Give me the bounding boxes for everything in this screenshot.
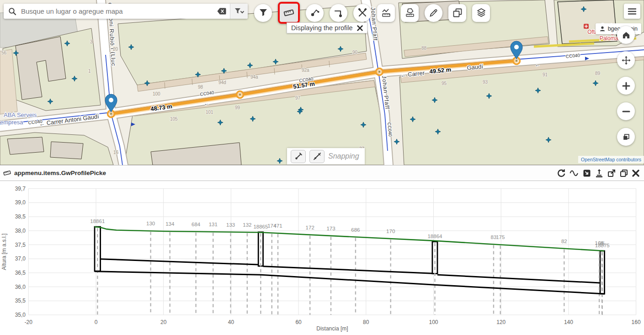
- svg-text:173: 173: [326, 226, 335, 231]
- svg-text:36,5: 36,5: [15, 270, 26, 276]
- layers-button[interactable]: [472, 4, 490, 22]
- svg-text:80: 80: [363, 319, 369, 325]
- svg-text:18875: 18875: [595, 243, 610, 248]
- svg-text:18861: 18861: [90, 218, 105, 224]
- filter-funnel-button[interactable]: [254, 4, 272, 22]
- tooltip-close-icon[interactable]: [357, 25, 363, 31]
- svg-text:170: 170: [386, 229, 395, 234]
- svg-text:82: 82: [561, 239, 567, 244]
- svg-text:686: 686: [351, 227, 360, 233]
- duplicate-view-icon[interactable]: [620, 169, 628, 177]
- tooltip-text: Displaying the profile: [291, 24, 353, 32]
- svg-text:39,0: 39,0: [15, 199, 26, 206]
- profile-panel-icon: [3, 169, 11, 177]
- map-attribution[interactable]: OpenStreetMap contributors: [578, 156, 644, 163]
- svg-text:Altura [m a.s.l.]: Altura [m a.s.l.]: [1, 234, 7, 270]
- zoom-out-button[interactable]: [617, 102, 635, 120]
- svg-text:37,0: 37,0: [15, 255, 26, 262]
- svg-text:160: 160: [632, 319, 641, 325]
- svg-text:38,0: 38,0: [15, 228, 26, 234]
- svg-text:20: 20: [160, 319, 167, 325]
- network-connect-button[interactable]: [330, 4, 347, 22]
- search-filter-dropdown[interactable]: [230, 4, 248, 19]
- open-external-icon[interactable]: [607, 169, 616, 177]
- profile-tool-button[interactable]: [278, 2, 300, 24]
- svg-text:18864: 18864: [427, 234, 442, 239]
- svg-text:131: 131: [209, 222, 218, 227]
- svg-text:40: 40: [228, 319, 234, 325]
- panel-toolbar: [557, 169, 641, 177]
- tools-button[interactable]: [353, 4, 371, 22]
- snap-on-button[interactable]: [291, 150, 306, 163]
- search-bar: [4, 4, 248, 19]
- export-data-icon[interactable]: [595, 169, 603, 177]
- svg-text:60: 60: [295, 319, 302, 325]
- svg-text:140: 140: [564, 319, 573, 325]
- svg-text:100: 100: [429, 319, 438, 325]
- search-icon: [8, 7, 16, 16]
- measure-area-button[interactable]: [401, 4, 419, 22]
- svg-text:-20: -20: [25, 319, 33, 325]
- network-trace-button[interactable]: [306, 4, 324, 22]
- app: CC040 CC040 CC040 CC040 CC040 ← Carrer A…: [0, 0, 644, 335]
- svg-text:132: 132: [243, 222, 251, 228]
- svg-text:130: 130: [146, 221, 155, 226]
- snap-off-button[interactable]: [309, 150, 325, 163]
- export-image-icon[interactable]: [583, 169, 591, 177]
- svg-text:37,5: 37,5: [15, 242, 26, 248]
- panel-title: appmenu.items.GwProfilePicke: [14, 170, 106, 176]
- snapping-control: Snapping: [287, 148, 365, 165]
- profile-panel: appmenu.items.GwProfilePicke: [0, 165, 644, 335]
- svg-text:35,5: 35,5: [15, 298, 26, 304]
- locate-button[interactable]: [617, 51, 635, 69]
- map-toolbar: [254, 2, 490, 24]
- svg-text:18865: 18865: [253, 224, 268, 229]
- clear-search-icon[interactable]: [213, 8, 230, 15]
- search-input[interactable]: [20, 7, 213, 16]
- svg-text:684: 684: [192, 222, 201, 227]
- profile-tooltip: Displaying the profile: [287, 22, 367, 33]
- duplicate-button[interactable]: [448, 4, 466, 22]
- svg-text:120: 120: [496, 319, 506, 325]
- svg-text:172: 172: [306, 225, 314, 230]
- svg-text:471: 471: [273, 223, 282, 229]
- svg-text:38,5: 38,5: [15, 213, 26, 220]
- map-viewport[interactable]: CC040 CC040 CC040 CC040 CC040 ← Carrer A…: [0, 0, 644, 165]
- svg-text:35,0: 35,0: [15, 312, 26, 318]
- profile-panel-header: appmenu.items.GwProfilePicke: [0, 165, 644, 181]
- svg-text:Distancia [m]: Distancia [m]: [316, 325, 348, 332]
- svg-text:133: 133: [226, 222, 235, 228]
- svg-text:134: 134: [165, 221, 175, 227]
- user-icon: [599, 26, 606, 32]
- snapping-label: Snapping: [328, 152, 359, 160]
- svg-text:39,7: 39,7: [15, 186, 26, 192]
- clinic-icon: [584, 24, 589, 29]
- elevation-profile-chart[interactable]: 39,739,038,538,037,537,036,536,035,535,0…: [0, 181, 644, 335]
- chart-container: 39,739,038,538,037,537,036,536,035,535,0…: [0, 181, 644, 335]
- draw-pencil-button[interactable]: [425, 4, 442, 22]
- svg-text:36,0: 36,0: [15, 284, 26, 290]
- profile-chart-button[interactable]: [377, 4, 395, 22]
- refresh-icon[interactable]: [557, 169, 565, 177]
- zoom-in-button[interactable]: [617, 77, 635, 95]
- curve-icon[interactable]: [569, 170, 579, 177]
- svg-text:0: 0: [95, 319, 98, 325]
- home-button[interactable]: [617, 26, 635, 44]
- basemap-button[interactable]: [617, 128, 635, 146]
- close-panel-icon[interactable]: [632, 170, 639, 177]
- menu-button[interactable]: [624, 4, 640, 19]
- svg-text:175: 175: [496, 234, 505, 240]
